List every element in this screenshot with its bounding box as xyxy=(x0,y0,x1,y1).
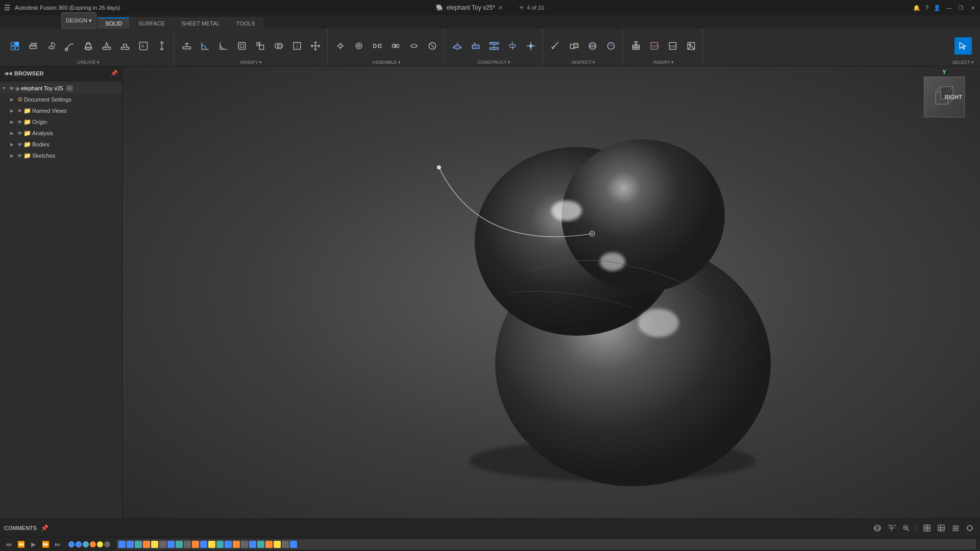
eye-icon-named-views[interactable]: 👁 xyxy=(17,108,22,114)
tl-marker-11[interactable] xyxy=(208,541,215,548)
timeline-next-btn[interactable]: ⏩ xyxy=(41,540,50,549)
timeline-end-btn[interactable]: ⏭ xyxy=(53,540,62,549)
combine-btn[interactable] xyxy=(270,37,287,55)
tab-surface[interactable]: SURFACE xyxy=(131,18,173,29)
tree-item-analysis[interactable]: ▶ 👁 📁 Analysis xyxy=(0,128,122,139)
move-btn[interactable] xyxy=(307,37,324,55)
viewport[interactable]: Y RIGHT xyxy=(122,66,980,518)
pin-browser-btn[interactable]: 📌 xyxy=(111,70,118,77)
interference-btn[interactable] xyxy=(566,37,583,55)
viewcube-face-right[interactable]: RIGHT xyxy=(924,77,965,117)
insert-mesh-btn[interactable] xyxy=(627,37,645,55)
shell-btn[interactable] xyxy=(233,37,251,55)
eye-icon-origin[interactable]: 👁 xyxy=(17,119,22,125)
offset-plane-btn[interactable] xyxy=(449,37,466,55)
keyframe-marker[interactable] xyxy=(90,541,96,547)
tab-tools[interactable]: TOOLS xyxy=(229,18,263,29)
collapse-browser-btn[interactable]: ◀◀ xyxy=(4,70,12,76)
expand-arrow-root[interactable]: ▼ xyxy=(2,86,8,91)
sweep-btn[interactable] xyxy=(61,37,79,55)
tl-marker-17[interactable] xyxy=(257,541,264,548)
tree-item-named-views[interactable]: ▶ 👁 📁 Named Views xyxy=(0,105,122,116)
eye-icon-sketches[interactable]: 👁 xyxy=(17,153,22,159)
tl-marker-8[interactable] xyxy=(184,541,191,548)
zebra-btn[interactable] xyxy=(584,37,601,55)
midplane-btn[interactable] xyxy=(485,37,503,55)
tl-marker-6[interactable] xyxy=(167,541,175,548)
create-label[interactable]: CREATE ▾ xyxy=(77,60,99,66)
restore-btn[interactable]: ❐ xyxy=(958,5,964,11)
tl-marker-1[interactable] xyxy=(127,541,134,548)
revolve-btn[interactable] xyxy=(43,37,60,55)
keyframe-marker[interactable] xyxy=(83,541,89,547)
split-face-btn[interactable] xyxy=(288,37,306,55)
help-icon[interactable]: ? xyxy=(925,5,928,11)
tl-marker-12[interactable] xyxy=(216,541,224,548)
comments-pin-btn[interactable]: 📌 xyxy=(41,524,48,532)
timeline-prev-btn[interactable]: ⏪ xyxy=(16,540,26,549)
tl-marker-5[interactable] xyxy=(159,541,166,548)
select-label[interactable]: SELECT ▾ xyxy=(952,60,974,66)
timeline-play-btn[interactable]: ▶ xyxy=(29,540,38,549)
tab-sheet-metal[interactable]: SHEET METAL xyxy=(174,18,227,29)
app-menu-icon[interactable]: ☰ xyxy=(4,4,11,12)
select-btn[interactable] xyxy=(954,37,972,55)
tl-marker-4[interactable] xyxy=(151,541,158,548)
extrude-btn[interactable] xyxy=(24,37,42,55)
expand-arrow-doc[interactable]: ▶ xyxy=(10,97,16,102)
minimize-btn[interactable]: — xyxy=(946,5,952,11)
drive-joints-btn[interactable] xyxy=(387,37,404,55)
loft-btn[interactable] xyxy=(80,37,97,55)
user-icon[interactable]: 👤 xyxy=(934,5,941,11)
point-btn[interactable] xyxy=(522,37,540,55)
grid-btn[interactable] xyxy=(949,522,962,534)
display-mode-btn[interactable] xyxy=(935,522,947,534)
expand-arrow-analysis[interactable]: ▶ xyxy=(10,131,16,136)
viewcube[interactable]: Y RIGHT xyxy=(924,77,965,117)
joint-origin-btn[interactable] xyxy=(350,37,368,55)
scale-btn[interactable] xyxy=(252,37,269,55)
tl-marker-18[interactable] xyxy=(265,541,273,548)
tl-marker-20[interactable] xyxy=(282,541,289,548)
insert-label[interactable]: INSERT ▾ xyxy=(653,60,674,66)
axis-btn[interactable] xyxy=(504,37,521,55)
tl-marker-21[interactable] xyxy=(290,541,297,548)
keyframe-marker[interactable] xyxy=(68,541,75,547)
fit-view-btn[interactable] xyxy=(921,522,933,534)
timeline-start-btn[interactable]: ⏮ xyxy=(4,540,13,549)
tl-marker-0[interactable] xyxy=(118,541,126,548)
keyframe-marker[interactable] xyxy=(97,541,103,547)
construct-label[interactable]: CONSTRUCT ▾ xyxy=(478,60,510,66)
insert-dxf-btn[interactable]: DXF xyxy=(664,37,681,55)
keyframe-marker[interactable] xyxy=(104,541,110,547)
assemble-label[interactable]: ASSEMBLE ▾ xyxy=(372,60,401,66)
tree-item-doc-settings[interactable]: ▶ ⚙ Document Settings xyxy=(0,94,122,105)
web-btn[interactable] xyxy=(116,37,134,55)
motion-link-btn[interactable] xyxy=(405,37,423,55)
keyframe-marker[interactable] xyxy=(76,541,82,547)
notification-icon[interactable]: 🔔 xyxy=(913,5,920,11)
measure-btn[interactable] xyxy=(547,37,565,55)
align-btn[interactable] xyxy=(153,37,170,55)
tl-marker-13[interactable] xyxy=(225,541,232,548)
expand-arrow-named-views[interactable]: ▶ xyxy=(10,108,16,113)
tl-marker-2[interactable] xyxy=(135,541,142,548)
plane-angle-btn[interactable] xyxy=(467,37,484,55)
chamfer-btn[interactable] xyxy=(215,37,232,55)
tree-item-origin[interactable]: ▶ 👁 📁 Origin xyxy=(0,116,122,128)
orbit-tool-btn[interactable] xyxy=(871,522,884,534)
close-btn[interactable]: ✕ xyxy=(969,5,976,11)
joint-btn[interactable] xyxy=(332,37,349,55)
tl-marker-7[interactable] xyxy=(176,541,183,548)
tl-marker-14[interactable] xyxy=(233,541,240,548)
fillet-btn[interactable] xyxy=(197,37,214,55)
modify-label[interactable]: MODIFY ▾ xyxy=(240,60,262,66)
eye-icon-root[interactable]: 👁 xyxy=(9,86,14,91)
eye-icon-analysis[interactable]: 👁 xyxy=(17,131,22,136)
insert-svg-btn[interactable]: SVG xyxy=(646,37,663,55)
design-dropdown-btn[interactable]: DESIGN ▾ xyxy=(61,12,96,29)
rigid-group-btn[interactable] xyxy=(369,37,386,55)
inspect-label[interactable]: INSPECT ▾ xyxy=(572,60,595,66)
tl-marker-9[interactable] xyxy=(192,541,199,548)
tl-marker-16[interactable] xyxy=(249,541,256,548)
